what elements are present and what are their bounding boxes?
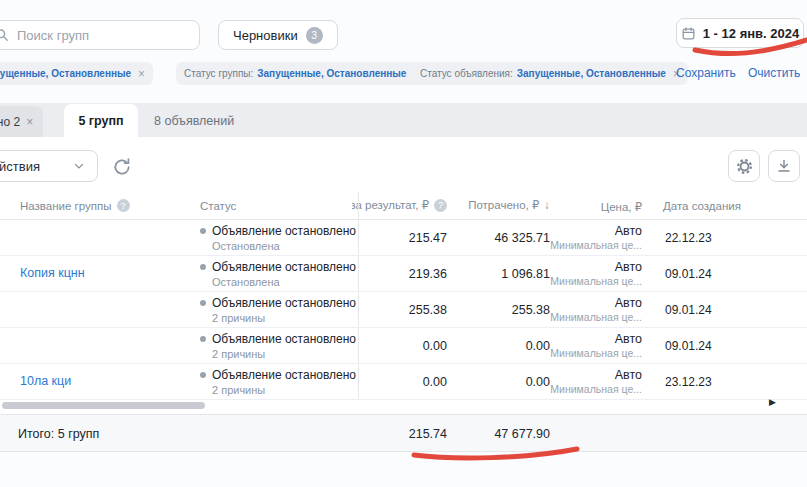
status-dot bbox=[200, 300, 206, 306]
gear-icon bbox=[736, 158, 753, 175]
filter-chip-value: Запущенные, Остановленные bbox=[517, 68, 666, 79]
export-button[interactable] bbox=[768, 150, 800, 182]
table-row: Объявление остановлено 2 причины 255.38 … bbox=[0, 292, 807, 328]
tab-ads[interactable]: 8 объявлений bbox=[142, 104, 246, 137]
filter-chip-value: Запущенные, Остановленные bbox=[257, 68, 406, 79]
tab-groups[interactable]: 5 групп bbox=[64, 104, 138, 137]
created-cell: 23.12.23 bbox=[665, 375, 712, 389]
status-cell: Объявление остановлено 2 причины bbox=[200, 296, 356, 324]
filter-chip-group-status[interactable]: Статус группы: Запущенные, Остановленные… bbox=[176, 62, 428, 85]
actions-dropdown-label: Действия bbox=[0, 159, 40, 174]
date-range-value: 1 - 12 янв. 2024 bbox=[703, 26, 799, 41]
table-row: Объявление остановлено Остановлена 215.4… bbox=[0, 220, 807, 256]
ads-groups-screen: Поиск групп Черновики 3 1 - 12 янв. 2024… bbox=[0, 0, 807, 487]
table-row: Копия кцнн Объявление остановлено Остано… bbox=[0, 256, 807, 292]
save-filters-link[interactable]: Сохранить bbox=[676, 66, 736, 80]
cost-per-result-cell: 0.00 bbox=[347, 339, 447, 353]
filter-chip-ad-status[interactable]: Статус объявления: Запущенные, Остановле… bbox=[412, 62, 688, 85]
chip-close-icon[interactable]: × bbox=[138, 67, 145, 81]
column-header-spent[interactable]: Потрачено, ₽ ↓ bbox=[458, 196, 550, 214]
group-name-link[interactable]: Копия кцнн bbox=[20, 266, 85, 280]
horizontal-scrollbar-thumb[interactable] bbox=[2, 402, 205, 409]
price-cell: Авто Минимальная це... bbox=[510, 332, 642, 359]
status-dot bbox=[200, 228, 206, 234]
date-range-picker[interactable]: 1 - 12 янв. 2024 bbox=[676, 18, 804, 48]
price-cell: Авто Минимальная це... bbox=[510, 260, 642, 287]
status-dot bbox=[200, 264, 206, 270]
filter-chip-status[interactable]: Запущенные, Остановленные × bbox=[0, 62, 153, 85]
tab-selection[interactable]: Выбрано 2 × bbox=[0, 106, 43, 137]
status-cell: Объявление остановлено 2 причины bbox=[200, 368, 356, 396]
status-cell: Объявление остановлено Остановлена bbox=[200, 224, 356, 252]
drafts-button[interactable]: Черновики 3 bbox=[218, 20, 338, 50]
scroll-right-icon[interactable]: ▶ bbox=[769, 397, 776, 407]
tab-close-icon[interactable]: × bbox=[26, 115, 33, 129]
status-dot bbox=[200, 336, 206, 342]
search-icon bbox=[0, 28, 9, 42]
help-icon[interactable]: ? bbox=[117, 199, 130, 212]
cost-per-result-cell: 255.38 bbox=[347, 303, 447, 317]
calendar-icon bbox=[681, 26, 696, 41]
drafts-label: Черновики bbox=[233, 28, 298, 43]
filter-chip-prefix: Статус группы: bbox=[184, 68, 253, 79]
price-cell: Авто Минимальная це... bbox=[510, 368, 642, 395]
tab-selection-label: Выбрано 2 bbox=[0, 115, 20, 129]
actions-dropdown[interactable]: Действия bbox=[0, 150, 98, 182]
filter-chip-prefix: Статус объявления: bbox=[420, 68, 513, 79]
help-icon[interactable]: ? bbox=[434, 199, 447, 212]
created-cell: 22.12.23 bbox=[665, 231, 712, 245]
column-header-created[interactable]: Дата создания bbox=[663, 200, 741, 212]
cost-per-result-cell: 219.36 bbox=[347, 267, 447, 281]
created-cell: 09.01.24 bbox=[665, 267, 712, 281]
price-cell: Авто Минимальная це... bbox=[510, 224, 642, 251]
column-header-name[interactable]: Название группы ? bbox=[20, 199, 130, 212]
table-row: 10ла кци Объявление остановлено 2 причин… bbox=[0, 364, 807, 400]
search-placeholder: Поиск групп bbox=[17, 28, 89, 43]
search-input[interactable]: Поиск групп bbox=[0, 20, 200, 50]
filter-chip-value: Запущенные, Остановленные bbox=[0, 68, 131, 79]
created-cell: 09.01.24 bbox=[665, 303, 712, 317]
table-row: Объявление остановлено 2 причины 0.00 0.… bbox=[0, 328, 807, 364]
status-cell: Объявление остановлено 2 причины bbox=[200, 332, 356, 360]
column-header-price[interactable]: Цена, ₽ bbox=[578, 200, 642, 214]
column-header-cost-per-result[interactable]: Цена за результат, ₽ ? bbox=[352, 196, 447, 214]
totals-spent: 47 677.90 bbox=[450, 427, 550, 441]
column-header-status[interactable]: Статус bbox=[200, 200, 236, 212]
cost-per-result-cell: 0.00 bbox=[347, 375, 447, 389]
drafts-count-badge: 3 bbox=[306, 27, 323, 44]
totals-cost-per-result: 215.74 bbox=[347, 427, 447, 441]
settings-button[interactable] bbox=[728, 150, 760, 182]
download-icon bbox=[776, 158, 792, 174]
chevron-down-icon bbox=[73, 160, 85, 172]
group-name-link[interactable]: 10ла кци bbox=[20, 374, 71, 388]
refresh-button[interactable] bbox=[112, 157, 132, 177]
status-cell: Объявление остановлено Остановлена bbox=[200, 260, 356, 288]
cost-per-result-cell: 215.47 bbox=[347, 231, 447, 245]
clear-filters-link[interactable]: Очистить bbox=[748, 66, 800, 80]
sort-desc-icon: ↓ bbox=[544, 199, 550, 211]
refresh-icon bbox=[112, 157, 132, 177]
status-dot bbox=[200, 372, 206, 378]
totals-label: Итого: 5 групп bbox=[18, 427, 99, 441]
created-cell: 09.01.24 bbox=[665, 339, 712, 353]
totals-row: Итого: 5 групп 215.74 47 677.90 bbox=[0, 414, 807, 452]
price-cell: Авто Минимальная це... bbox=[510, 296, 642, 323]
